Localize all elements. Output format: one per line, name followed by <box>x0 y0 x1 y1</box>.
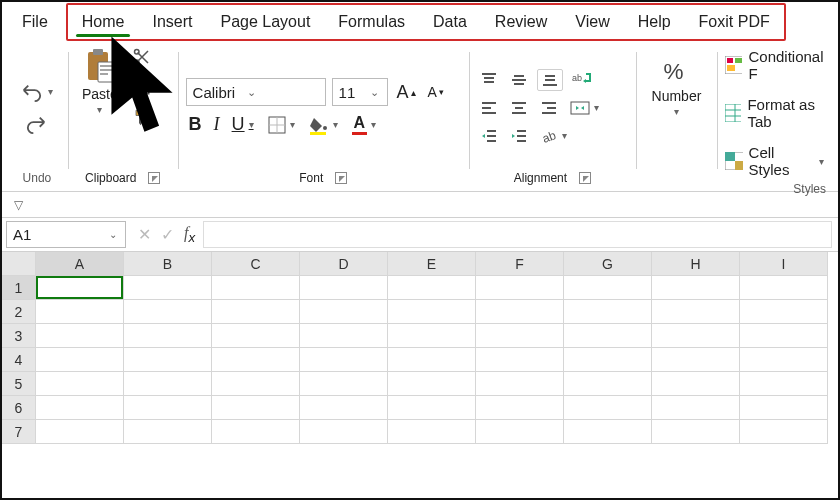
cell[interactable] <box>212 348 300 372</box>
align-center-button[interactable] <box>507 97 531 119</box>
column-header[interactable]: I <box>740 252 828 276</box>
cell[interactable] <box>124 348 212 372</box>
cell[interactable] <box>300 300 388 324</box>
cell[interactable] <box>36 276 124 300</box>
cell[interactable] <box>564 324 652 348</box>
cell-styles-button[interactable]: Cell Styles ▾ <box>725 142 826 180</box>
cell[interactable] <box>740 276 828 300</box>
redo-button[interactable] <box>21 111 53 137</box>
increase-indent-button[interactable] <box>507 125 531 147</box>
cell[interactable] <box>124 420 212 444</box>
percent-icon[interactable]: % <box>661 56 691 86</box>
cell[interactable] <box>300 396 388 420</box>
paste-button[interactable]: Paste ▾ <box>76 46 124 117</box>
tab-view[interactable]: View <box>561 5 623 39</box>
row-header[interactable]: 3 <box>2 324 36 348</box>
format-as-table-button[interactable]: Format as Tab <box>725 94 826 132</box>
conditional-formatting-button[interactable]: Conditional F <box>725 46 826 84</box>
bold-button[interactable]: B <box>186 112 205 137</box>
row-header[interactable]: 7 <box>2 420 36 444</box>
column-header[interactable]: B <box>124 252 212 276</box>
align-middle-button[interactable] <box>507 69 531 91</box>
cut-button[interactable] <box>130 46 170 68</box>
row-header[interactable]: 1 <box>2 276 36 300</box>
font-size-select[interactable]: 11⌄ <box>332 78 388 106</box>
cell[interactable] <box>564 348 652 372</box>
cell[interactable] <box>212 420 300 444</box>
cell[interactable] <box>564 420 652 444</box>
align-top-button[interactable] <box>477 69 501 91</box>
column-header[interactable]: H <box>652 252 740 276</box>
cell[interactable] <box>36 324 124 348</box>
tab-page-layout[interactable]: Page Layout <box>206 5 324 39</box>
tab-file[interactable]: File <box>8 5 62 39</box>
cell[interactable] <box>212 300 300 324</box>
column-header[interactable]: D <box>300 252 388 276</box>
row-header[interactable]: 4 <box>2 348 36 372</box>
cell[interactable] <box>212 372 300 396</box>
tab-review[interactable]: Review <box>481 5 561 39</box>
row-header[interactable]: 2 <box>2 300 36 324</box>
cell[interactable] <box>36 396 124 420</box>
cell[interactable] <box>388 276 476 300</box>
tab-formulas[interactable]: Formulas <box>324 5 419 39</box>
worksheet-grid[interactable]: A B C D E F G H I 1 2 3 4 5 6 7 <box>2 252 838 444</box>
cell[interactable] <box>476 396 564 420</box>
insert-function-button[interactable]: fx <box>184 224 195 245</box>
cell[interactable] <box>388 396 476 420</box>
cell[interactable] <box>36 300 124 324</box>
font-name-select[interactable]: Calibri⌄ <box>186 78 326 106</box>
column-header[interactable]: F <box>476 252 564 276</box>
cell[interactable] <box>300 348 388 372</box>
row-header[interactable]: 6 <box>2 396 36 420</box>
wrap-text-button[interactable]: ab <box>569 69 595 91</box>
dialog-launcher-icon[interactable] <box>335 172 347 184</box>
dialog-launcher-icon[interactable] <box>579 172 591 184</box>
fill-color-button[interactable]: ▾ <box>306 113 343 137</box>
decrease-font-size-button[interactable]: A▾ <box>425 82 447 102</box>
cell[interactable] <box>212 324 300 348</box>
cell[interactable] <box>652 300 740 324</box>
tab-data[interactable]: Data <box>419 5 481 39</box>
column-header[interactable]: E <box>388 252 476 276</box>
cell[interactable] <box>36 372 124 396</box>
tab-insert[interactable]: Insert <box>138 5 206 39</box>
borders-button[interactable]: ▾ <box>265 114 300 136</box>
italic-button[interactable]: I <box>211 112 223 137</box>
cell[interactable] <box>212 396 300 420</box>
column-header[interactable]: G <box>564 252 652 276</box>
cell[interactable] <box>388 300 476 324</box>
tab-home[interactable]: Home <box>68 5 139 39</box>
align-left-button[interactable] <box>477 97 501 119</box>
undo-button[interactable]: ▾ <box>15 79 58 105</box>
cell[interactable] <box>124 324 212 348</box>
cell[interactable] <box>652 348 740 372</box>
cell[interactable] <box>476 276 564 300</box>
name-box[interactable]: A1⌄ <box>6 221 126 248</box>
cell[interactable] <box>388 348 476 372</box>
cancel-formula-icon[interactable]: ✕ <box>138 225 151 244</box>
column-header[interactable]: C <box>212 252 300 276</box>
cell[interactable] <box>476 420 564 444</box>
cell[interactable] <box>564 396 652 420</box>
format-painter-button[interactable] <box>130 106 170 128</box>
cell[interactable] <box>388 372 476 396</box>
cell[interactable] <box>300 420 388 444</box>
cell[interactable] <box>124 396 212 420</box>
cell[interactable] <box>36 348 124 372</box>
cell[interactable] <box>300 324 388 348</box>
cell[interactable] <box>124 276 212 300</box>
underline-button[interactable]: U▾ <box>229 112 259 137</box>
formula-input[interactable] <box>203 221 832 248</box>
align-right-button[interactable] <box>537 97 561 119</box>
cell[interactable] <box>388 324 476 348</box>
enter-formula-icon[interactable]: ✓ <box>161 225 174 244</box>
cell[interactable] <box>476 324 564 348</box>
orientation-button[interactable]: ab▾ <box>537 125 572 147</box>
cell[interactable] <box>652 324 740 348</box>
font-color-button[interactable]: A▾ <box>349 112 382 137</box>
cell[interactable] <box>564 276 652 300</box>
cell[interactable] <box>124 300 212 324</box>
cell[interactable] <box>476 372 564 396</box>
cell[interactable] <box>564 372 652 396</box>
